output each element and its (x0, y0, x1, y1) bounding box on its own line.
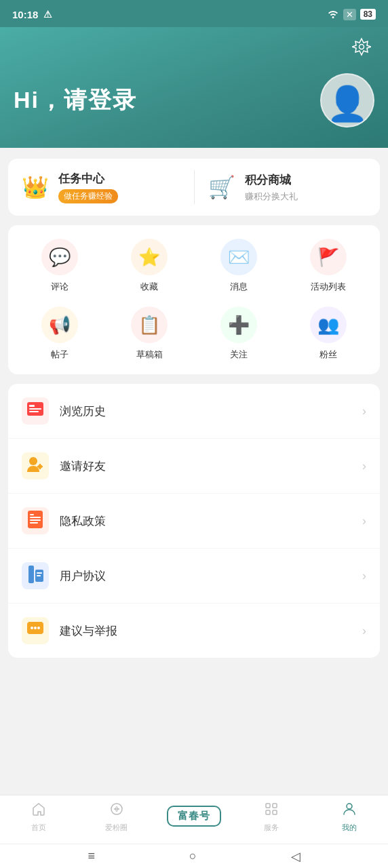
task-center-subtitle: 做任务赚经验 (58, 189, 118, 203)
menu-item-privacy[interactable]: 隐私政策 › (8, 494, 380, 549)
draft-icon: 📋 (138, 315, 160, 336)
svg-rect-26 (266, 810, 270, 814)
time-display: 10:18 (12, 9, 38, 20)
action-fans[interactable]: 👥 粉丝 (284, 307, 373, 361)
svg-rect-5 (29, 411, 39, 412)
points-mall-icon: 🛒 (208, 174, 235, 200)
nav-mine-label: 我的 (342, 823, 357, 833)
wifi-icon (327, 9, 339, 20)
svg-rect-17 (37, 572, 42, 574)
menu-history-label: 浏览历史 (60, 403, 362, 419)
menu-item-history[interactable]: 浏览历史 › (8, 384, 380, 439)
menu-gesture-btn[interactable]: ≡ (88, 849, 95, 863)
action-comment-icon-wrap: 💬 (41, 239, 78, 275)
home-icon (31, 802, 46, 821)
svg-marker-0 (352, 39, 371, 55)
settings-icon[interactable] (349, 34, 374, 60)
profile-section: Hi，请登录 👤 (14, 73, 374, 127)
svg-point-1 (360, 45, 364, 50)
action-comment[interactable]: 💬 评论 (15, 239, 104, 293)
action-message-label: 消息 (230, 281, 248, 293)
svg-point-21 (34, 627, 37, 629)
svg-rect-14 (30, 522, 38, 524)
points-mall-subtitle: 赚积分换大礼 (245, 191, 298, 203)
activity-icon: 🚩 (317, 247, 339, 268)
nav-home-label: 首页 (31, 823, 46, 833)
feedback-icon (26, 619, 45, 642)
action-comment-label: 评论 (51, 281, 69, 293)
quick-actions: 💬 评论 ⭐ 收藏 ✉️ 消息 🚩 活动列表 (8, 225, 380, 374)
post-icon: 📢 (49, 315, 71, 336)
svg-point-23 (111, 804, 122, 814)
task-center-item[interactable]: 👑 任务中心 做任务赚经验 (8, 159, 194, 216)
status-bar: 10:18 ⚠ ✕ 83 (0, 0, 388, 27)
action-follow[interactable]: ➕ 关注 (194, 307, 284, 361)
action-collect-icon-wrap: ⭐ (131, 239, 168, 275)
menu-privacy-chevron: › (362, 514, 366, 528)
avatar[interactable]: 👤 (320, 73, 374, 127)
nav-circle-label: 爱粉圈 (105, 823, 128, 833)
task-card: 👑 任务中心 做任务赚经验 🛒 积分商城 赚积分换大礼 (8, 159, 380, 216)
status-left: 10:18 ⚠ (12, 9, 52, 20)
home-gesture-btn[interactable]: ○ (189, 849, 197, 863)
fans-icon: 👥 (317, 315, 339, 336)
action-collect[interactable]: ⭐ 收藏 (104, 239, 194, 293)
nav-center[interactable]: 富春号 (155, 806, 233, 828)
svg-rect-15 (28, 566, 34, 583)
action-message-icon-wrap: ✉️ (220, 239, 257, 275)
task-center-icon: 👑 (22, 174, 49, 200)
svg-rect-12 (30, 517, 41, 518)
menu-feedback-label: 建议与举报 (60, 623, 362, 639)
action-fans-label: 粉丝 (319, 349, 337, 361)
status-right: ✕ 83 (327, 9, 376, 20)
menu-card: 浏览历史 › 邀请好友 › (8, 384, 380, 658)
menu-history-chevron: › (362, 404, 366, 418)
svg-rect-3 (29, 405, 35, 407)
message-icon: ✉️ (228, 247, 250, 268)
action-draft[interactable]: 📋 草稿箱 (104, 307, 194, 361)
gesture-bar: ≡ ○ ◁ (0, 844, 388, 868)
svg-point-20 (31, 627, 33, 629)
service-icon (264, 802, 279, 821)
agreement-icon (26, 564, 45, 587)
back-gesture-btn[interactable]: ◁ (291, 849, 300, 864)
action-follow-icon-wrap: ➕ (220, 307, 257, 343)
invite-icon-wrap (22, 452, 49, 479)
nav-center-btn[interactable]: 富春号 (167, 806, 221, 827)
alert-icon: ⚠ (43, 9, 52, 20)
nav-circle[interactable]: 爱粉圈 (77, 802, 155, 833)
svg-rect-24 (266, 804, 270, 808)
mine-icon (342, 802, 357, 821)
action-activity[interactable]: 🚩 活动列表 (284, 239, 373, 293)
svg-point-22 (37, 627, 40, 629)
action-draft-icon-wrap: 📋 (131, 307, 168, 343)
menu-item-invite[interactable]: 邀请好友 › (8, 439, 380, 494)
nav-service-label: 服务 (264, 823, 279, 833)
menu-item-feedback[interactable]: 建议与举报 › (8, 604, 380, 658)
action-fans-icon-wrap: 👥 (310, 307, 347, 343)
action-activity-icon-wrap: 🚩 (310, 239, 347, 275)
menu-item-agreement[interactable]: 用户协议 › (8, 549, 380, 604)
action-post[interactable]: 📢 帖子 (15, 307, 104, 361)
svg-rect-27 (273, 810, 277, 814)
task-center-title: 任务中心 (58, 171, 118, 186)
greeting-text[interactable]: Hi，请登录 (14, 85, 137, 116)
circle-icon (109, 802, 124, 821)
avatar-icon: 👤 (326, 87, 368, 121)
bottom-nav: 首页 爱粉圈 富春号 服务 (0, 795, 388, 844)
battery-display: 83 (360, 9, 376, 20)
action-message[interactable]: ✉️ 消息 (194, 239, 284, 293)
action-follow-label: 关注 (230, 349, 248, 361)
menu-invite-label: 邀请好友 (60, 458, 362, 474)
action-post-label: 帖子 (51, 349, 69, 361)
points-mall-item[interactable]: 🛒 积分商城 赚积分换大礼 (195, 160, 381, 215)
nav-mine[interactable]: 我的 (311, 802, 388, 833)
menu-agreement-chevron: › (362, 569, 366, 583)
nav-service[interactable]: 服务 (233, 802, 310, 833)
action-collect-label: 收藏 (140, 281, 158, 293)
svg-point-6 (29, 457, 37, 465)
collect-icon: ⭐ (138, 247, 160, 268)
nav-home[interactable]: 首页 (0, 802, 77, 833)
svg-rect-11 (30, 514, 34, 515)
menu-privacy-label: 隐私政策 (60, 513, 362, 529)
